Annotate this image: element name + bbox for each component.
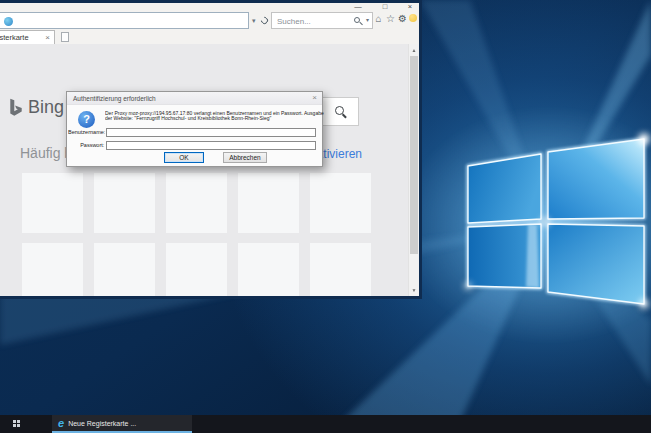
cancel-button[interactable]: Abbrechen	[223, 152, 267, 163]
page-favicon-icon	[4, 17, 13, 26]
dialog-titlebar[interactable]: Authentifizierung erforderlich ×	[67, 92, 322, 105]
site-tile[interactable]	[22, 173, 83, 233]
window-border-right	[419, 0, 422, 299]
auth-dialog: Authentifizierung erforderlich × ? Der P…	[66, 91, 323, 167]
username-field[interactable]	[106, 128, 316, 137]
help-question-icon: ?	[78, 111, 95, 128]
minimize-button[interactable]: —	[350, 3, 366, 11]
windows-logo-icon	[13, 420, 20, 427]
address-bar[interactable]	[0, 12, 249, 29]
search-icon[interactable]	[354, 17, 360, 23]
address-dropdown-icon[interactable]: ▾	[252, 12, 256, 29]
page-content: Bing Häufig besucht aktivieren	[0, 44, 408, 296]
close-button[interactable]: ×	[402, 3, 418, 11]
bing-logo: Bing	[8, 97, 64, 118]
password-field[interactable]	[106, 141, 316, 150]
favorites-icon[interactable]: ☆	[385, 12, 396, 26]
site-tile[interactable]	[166, 243, 227, 296]
toolbar-search-box[interactable]: ▾	[271, 12, 373, 29]
ok-button[interactable]: OK	[164, 152, 204, 163]
scroll-down-icon[interactable]: ▼	[409, 286, 419, 294]
site-tile[interactable]	[166, 173, 227, 233]
toolbar-search-input[interactable]	[275, 14, 351, 29]
tiles-grid	[22, 173, 378, 296]
settings-icon[interactable]: ⚙	[397, 12, 408, 26]
password-label: Passwort:	[68, 143, 104, 149]
site-tile[interactable]	[238, 173, 299, 233]
bing-search-icon[interactable]	[335, 106, 344, 115]
window-border-bottom	[0, 296, 419, 299]
address-input[interactable]	[16, 14, 242, 29]
home-icon[interactable]: ⌂	[373, 12, 384, 26]
search-dropdown-icon[interactable]: ▾	[366, 13, 369, 28]
site-tile[interactable]	[310, 243, 371, 296]
scroll-up-icon[interactable]: ▲	[409, 46, 419, 54]
new-tab-page-icon	[61, 32, 69, 42]
username-label: Benutzername:	[68, 130, 104, 136]
browser-tab[interactable]: Neue Registerkarte ×	[0, 30, 55, 44]
vertical-scrollbar[interactable]: ▲ ▼	[408, 44, 419, 296]
bing-b-icon	[8, 98, 24, 118]
maximize-button[interactable]: □	[377, 3, 393, 11]
dialog-message: Der Proxy moz-proxy://194.95.67.17:80 ve…	[105, 110, 321, 121]
new-tab-button[interactable]	[58, 32, 71, 43]
tab-label: Neue Registerkarte	[0, 31, 29, 44]
bing-wordmark: Bing	[28, 97, 64, 118]
internet-explorer-icon: e	[58, 416, 64, 430]
taskbar: e Neue Registerkarte ...	[0, 415, 651, 433]
scrollbar-thumb[interactable]	[410, 56, 418, 254]
tab-close-icon[interactable]: ×	[45, 31, 50, 44]
tab-bar: Neue Registerkarte ×	[0, 30, 419, 45]
refresh-icon[interactable]	[260, 16, 270, 26]
start-button[interactable]	[0, 415, 34, 433]
feedback-smiley-icon[interactable]	[409, 14, 417, 22]
site-tile[interactable]	[310, 173, 371, 233]
taskbar-app-label: Neue Registerkarte ...	[68, 420, 136, 427]
dialog-message-line2: der Website: "Fernzugriff Hochschul- und…	[105, 116, 321, 122]
site-tile[interactable]	[238, 243, 299, 296]
site-tile[interactable]	[94, 243, 155, 296]
dialog-close-icon[interactable]: ×	[312, 92, 317, 104]
site-tile[interactable]	[22, 243, 83, 296]
site-tile[interactable]	[94, 173, 155, 233]
dialog-title: Authentifizierung erforderlich	[73, 92, 156, 105]
taskbar-app-button[interactable]: e Neue Registerkarte ...	[52, 415, 192, 433]
